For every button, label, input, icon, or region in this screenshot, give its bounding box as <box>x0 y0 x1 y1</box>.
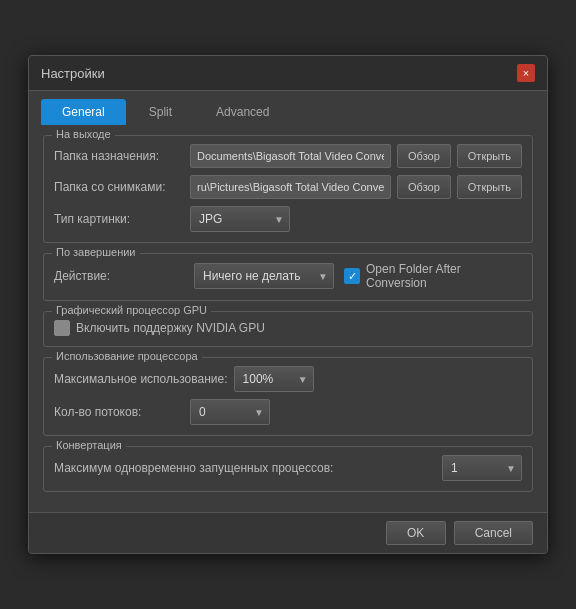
max-usage-select[interactable]: 100% 75% 50% 25% <box>234 366 314 392</box>
tab-general[interactable]: General <box>41 99 126 125</box>
snapshot-folder-label: Папка со снимками: <box>54 180 184 194</box>
dest-folder-input[interactable] <box>190 144 391 168</box>
gpu-enable-checkbox[interactable] <box>54 320 70 336</box>
action-row: Действие: Ничего не делать ▼ Open Folder… <box>54 262 522 290</box>
open-snapshot-button[interactable]: Открыть <box>457 175 522 199</box>
output-section-title: На выходе <box>52 128 115 140</box>
browse-snapshot-button[interactable]: Обзор <box>397 175 451 199</box>
ok-button[interactable]: OK <box>386 521 446 545</box>
max-processes-select-wrap: 1 2 3 4 ▼ <box>442 455 522 481</box>
completion-section: По завершении Действие: Ничего не делать… <box>43 253 533 301</box>
max-processes-row: Максимум одновременно запущенных процесс… <box>54 455 522 481</box>
gpu-section: Графический процессор GPU Включить подде… <box>43 311 533 347</box>
tab-bar: General Split Advanced <box>29 91 547 125</box>
open-folder-wrap: Open Folder After Conversion <box>344 262 522 290</box>
settings-dialog: Настройки × General Split Advanced На вы… <box>28 55 548 554</box>
cpu-section: Использование процессора Максимальное ис… <box>43 357 533 436</box>
completion-section-title: По завершении <box>52 246 140 258</box>
conversion-section: Конвертация Максимум одновременно запуще… <box>43 446 533 492</box>
content-area: На выходе Папка назначения: Обзор Открыт… <box>29 125 547 512</box>
action-select[interactable]: Ничего не делать <box>194 263 334 289</box>
dest-folder-row: Папка назначения: Обзор Открыть <box>54 144 522 168</box>
image-type-row: Тип картинки: JPG PNG BMP ▼ <box>54 206 522 232</box>
tab-split[interactable]: Split <box>128 99 193 125</box>
title-bar: Настройки × <box>29 56 547 91</box>
gpu-section-title: Графический процессор GPU <box>52 304 211 316</box>
threads-row: Кол-во потоков: 0 1 2 4 ▼ <box>54 399 522 425</box>
dialog-footer: OK Cancel <box>29 512 547 553</box>
action-label: Действие: <box>54 269 184 283</box>
gpu-enable-label: Включить поддержку NVIDIA GPU <box>76 321 265 335</box>
max-usage-row: Максимальное использование: 100% 75% 50%… <box>54 366 522 392</box>
output-section: На выходе Папка назначения: Обзор Открыт… <box>43 135 533 243</box>
image-type-select-wrap: JPG PNG BMP ▼ <box>190 206 290 232</box>
conversion-section-title: Конвертация <box>52 439 126 451</box>
threads-select[interactable]: 0 1 2 4 <box>190 399 270 425</box>
dialog-title: Настройки <box>41 66 105 81</box>
open-folder-checkbox[interactable] <box>344 268 360 284</box>
threads-label: Кол-во потоков: <box>54 405 184 419</box>
tab-advanced[interactable]: Advanced <box>195 99 290 125</box>
dest-folder-label: Папка назначения: <box>54 149 184 163</box>
max-processes-label: Максимум одновременно запущенных процесс… <box>54 461 436 475</box>
cancel-button[interactable]: Cancel <box>454 521 533 545</box>
snapshot-folder-input[interactable] <box>190 175 391 199</box>
max-usage-select-wrap: 100% 75% 50% 25% ▼ <box>234 366 314 392</box>
open-dest-button[interactable]: Открыть <box>457 144 522 168</box>
threads-select-wrap: 0 1 2 4 ▼ <box>190 399 270 425</box>
snapshot-folder-row: Папка со снимками: Обзор Открыть <box>54 175 522 199</box>
image-type-label: Тип картинки: <box>54 212 184 226</box>
action-select-wrap: Ничего не делать ▼ <box>194 263 334 289</box>
max-processes-select[interactable]: 1 2 3 4 <box>442 455 522 481</box>
open-folder-label: Open Folder After Conversion <box>366 262 522 290</box>
browse-dest-button[interactable]: Обзор <box>397 144 451 168</box>
max-usage-label: Максимальное использование: <box>54 372 228 386</box>
gpu-enable-row: Включить поддержку NVIDIA GPU <box>54 320 522 336</box>
close-button[interactable]: × <box>517 64 535 82</box>
cpu-section-title: Использование процессора <box>52 350 202 362</box>
image-type-select[interactable]: JPG PNG BMP <box>190 206 290 232</box>
